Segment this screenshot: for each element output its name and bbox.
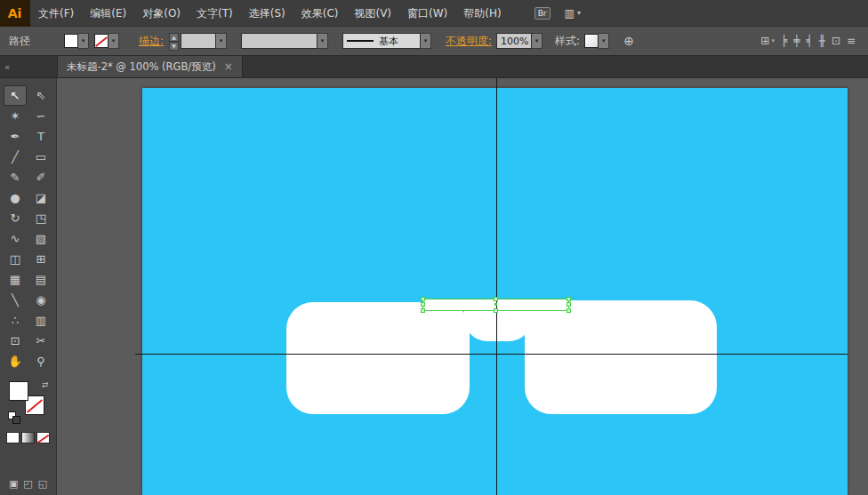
opacity-control[interactable]: 100% <box>496 33 542 49</box>
type-tool[interactable]: T <box>29 126 52 147</box>
opacity-link[interactable]: 不透明度: <box>446 34 492 49</box>
glasses-left-lens-shape[interactable] <box>286 302 470 414</box>
dropdown-caret-icon[interactable] <box>108 33 119 49</box>
dropdown-caret-icon[interactable] <box>599 33 609 49</box>
draw-inside-icon[interactable]: ◱ <box>38 478 47 490</box>
eraser-tool[interactable]: ◪ <box>29 188 52 208</box>
align-dropdown-icon[interactable]: ⊞▾ <box>760 35 775 47</box>
selection-handle[interactable] <box>421 297 425 301</box>
stroke-width-control[interactable]: ▲▼ <box>169 33 227 49</box>
menubar-item[interactable]: 选择(S) <box>241 0 293 27</box>
swap-fill-stroke-icon[interactable]: ⇄ <box>42 380 49 389</box>
distribute-center-icon[interactable]: ╫ <box>819 35 825 47</box>
document-setup-globe-icon[interactable]: ⊕ <box>623 34 634 48</box>
slice-tool[interactable]: ✂ <box>29 331 52 351</box>
stroke-panel-link[interactable]: 描边: <box>139 34 164 49</box>
collapse-panel-icon[interactable]: « <box>0 56 57 77</box>
artboard-tool[interactable]: ⊡ <box>4 331 27 351</box>
stroke-style-field[interactable]: 基本 <box>342 33 421 49</box>
horizontal-guide <box>135 354 848 355</box>
panel-menu-icon[interactable]: ≡ <box>847 35 856 47</box>
blend-tool[interactable]: ◉ <box>29 290 52 310</box>
stepper-up-icon[interactable]: ▲ <box>169 33 179 42</box>
pen-tool[interactable]: ✒ <box>4 126 27 147</box>
selection-handle[interactable] <box>567 297 571 301</box>
column-graph-tool[interactable]: ▥ <box>29 310 52 331</box>
stepper-down-icon[interactable]: ▼ <box>169 42 179 51</box>
default-fill-stroke-icon[interactable] <box>8 411 16 419</box>
fill-color-swatch[interactable] <box>64 34 78 48</box>
menubar-item[interactable]: 窗口(W) <box>399 0 455 27</box>
none-button[interactable] <box>36 432 50 443</box>
variable-width-field[interactable] <box>241 33 317 49</box>
variable-width-profile-control[interactable] <box>241 33 328 49</box>
selection-handle[interactable] <box>567 302 571 307</box>
dropdown-caret-icon[interactable] <box>216 33 227 49</box>
selection-bounding-box[interactable] <box>422 299 569 311</box>
stroke-color-swatch[interactable] <box>94 34 108 48</box>
selection-handle[interactable] <box>567 308 571 313</box>
workspace-switcher-button[interactable]: ▥ ▾ <box>565 7 581 20</box>
color-button[interactable] <box>6 432 20 443</box>
direct-selection-tool[interactable]: ⇖ <box>29 85 52 106</box>
fill-proxy-swatch[interactable] <box>9 381 28 401</box>
glasses-right-lens-shape[interactable] <box>525 300 717 414</box>
eyedropper-tool[interactable]: ╲ <box>4 290 27 310</box>
align-horizontal-left-icon[interactable]: ╞ <box>781 35 787 47</box>
stroke-width-field[interactable] <box>181 33 216 49</box>
mesh-tool[interactable]: ▦ <box>4 269 27 290</box>
dropdown-caret-icon[interactable] <box>78 33 89 49</box>
menubar-item[interactable]: 帮助(H) <box>455 0 509 27</box>
selection-handle[interactable] <box>494 297 498 301</box>
transform-panel-icon[interactable]: ⊡ <box>832 35 840 47</box>
dropdown-caret-icon[interactable] <box>317 33 328 49</box>
dropdown-caret-icon[interactable] <box>532 33 542 49</box>
menubar-item[interactable]: 效果(C) <box>293 0 347 27</box>
stroke-style-control[interactable]: 基本 <box>342 33 431 49</box>
pencil-tool[interactable]: ✐ <box>29 167 52 188</box>
opacity-field[interactable]: 100% <box>496 33 532 49</box>
magic-wand-tool[interactable]: ✶ <box>4 106 27 126</box>
stroke-width-stepper[interactable]: ▲▼ <box>169 33 179 49</box>
dropdown-caret-icon[interactable] <box>421 33 431 49</box>
align-horizontal-right-icon[interactable]: ╡ <box>806 35 812 47</box>
close-icon[interactable]: × <box>224 60 233 73</box>
free-transform-tool[interactable]: ▧ <box>29 228 52 249</box>
menubar-item[interactable]: 对象(O) <box>134 0 189 27</box>
draw-normal-icon[interactable]: ▣ <box>9 478 18 490</box>
selection-handle[interactable] <box>421 302 425 307</box>
gradient-button[interactable] <box>21 432 35 443</box>
canvas-area[interactable] <box>57 78 868 495</box>
perspective-grid-tool[interactable]: ⊞ <box>29 249 52 269</box>
zoom-tool[interactable]: ⚲ <box>29 351 52 371</box>
line-segment-tool[interactable]: ╱ <box>4 147 27 167</box>
menubar-item[interactable]: 视图(V) <box>346 0 399 27</box>
bridge-button[interactable]: Br <box>534 7 551 20</box>
blob-brush-tool[interactable]: ● <box>4 188 27 208</box>
scale-tool[interactable]: ◳ <box>29 208 52 228</box>
artboard[interactable] <box>142 88 848 495</box>
paintbrush-tool[interactable]: ✎ <box>4 167 27 188</box>
selection-handle[interactable] <box>494 308 498 313</box>
width-tool[interactable]: ∿ <box>4 228 27 249</box>
draw-behind-icon[interactable]: ◰ <box>23 478 32 490</box>
document-tab-bar: « 未标题-2* @ 100% (RGB/预览) × <box>0 56 868 78</box>
gradient-tool[interactable]: ▤ <box>29 269 52 290</box>
symbol-sprayer-tool[interactable]: ∴ <box>4 310 27 331</box>
stroke-color-control[interactable] <box>94 33 119 49</box>
selection-handle[interactable] <box>421 308 425 313</box>
menubar-item[interactable]: 文件(F) <box>30 0 82 27</box>
rectangle-tool[interactable]: ▭ <box>29 147 52 167</box>
shape-builder-tool[interactable]: ◫ <box>4 249 27 269</box>
rotate-tool[interactable]: ↻ <box>4 208 27 228</box>
menubar-item[interactable]: 编辑(E) <box>82 0 134 27</box>
lasso-tool[interactable]: ∽ <box>29 106 52 126</box>
align-horizontal-center-icon[interactable]: ╪ <box>793 35 800 47</box>
selection-tool[interactable]: ↖ <box>4 85 27 106</box>
graphic-style-swatch[interactable] <box>584 34 599 48</box>
graphic-style-control[interactable] <box>584 33 609 49</box>
document-tab[interactable]: 未标题-2* @ 100% (RGB/预览) × <box>57 56 243 77</box>
fill-color-control[interactable] <box>64 33 89 49</box>
menubar-item[interactable]: 文字(T) <box>189 0 241 27</box>
hand-tool[interactable]: ✋ <box>4 351 27 371</box>
